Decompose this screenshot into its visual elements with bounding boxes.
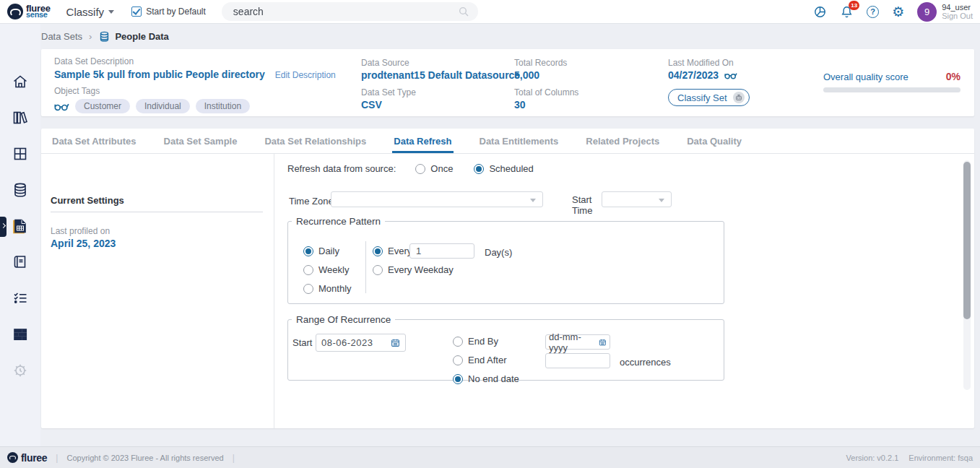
last-modified-label: Last Modified On bbox=[668, 58, 750, 68]
current-settings-title: Current Settings bbox=[51, 195, 124, 206]
environment-text: Environment: fsqa bbox=[909, 454, 973, 462]
active-item-indicator bbox=[0, 217, 6, 237]
checklist-icon bbox=[12, 290, 29, 307]
radio-unchecked-icon bbox=[373, 265, 383, 275]
version-text: Version: v0.2.1 bbox=[846, 454, 899, 462]
start-by-default-checkbox[interactable]: Start by Default bbox=[131, 6, 206, 17]
sidebar-item-grid[interactable] bbox=[11, 145, 30, 162]
data-set-type-value: CSV bbox=[361, 99, 520, 110]
radio-once[interactable]: Once bbox=[415, 163, 453, 174]
caret-down-icon bbox=[530, 199, 536, 202]
radio-every-weekday[interactable]: Every Weekday bbox=[373, 264, 454, 275]
edit-description-link[interactable]: Edit Description bbox=[275, 70, 336, 80]
settings-button[interactable]: ⚙ bbox=[892, 5, 904, 19]
radio-end-by[interactable]: End By bbox=[453, 336, 498, 347]
classify-icon bbox=[733, 92, 745, 103]
search-input[interactable] bbox=[222, 2, 478, 21]
bricks-icon bbox=[12, 326, 29, 343]
tab-data-refresh[interactable]: Data Refresh bbox=[392, 129, 453, 153]
logo-word-sense: sense bbox=[26, 12, 51, 18]
scrollbar-track[interactable] bbox=[963, 160, 971, 390]
tag-institution[interactable]: Institution bbox=[196, 99, 250, 113]
recurrence-pattern-fieldset: Recurrence Pattern Daily Weekly Monthly … bbox=[287, 216, 724, 304]
every-days-input[interactable] bbox=[409, 243, 474, 259]
notification-badge: 13 bbox=[849, 1, 859, 10]
tab-related-projects[interactable]: Related Projects bbox=[584, 129, 661, 153]
current-settings-panel: Current Settings Last profiled on April … bbox=[41, 154, 274, 428]
end-by-date-input[interactable]: dd-mm-yyyy bbox=[545, 334, 610, 350]
radio-monthly[interactable]: Monthly bbox=[303, 283, 352, 294]
description-label: Data Set Description bbox=[54, 56, 336, 66]
tab-data-set-sample[interactable]: Data Set Sample bbox=[162, 129, 239, 153]
radio-no-end-date[interactable]: No end date bbox=[453, 373, 519, 384]
fluree-logo-icon bbox=[7, 452, 18, 463]
tab-data-set-relationships[interactable]: Data Set Relationships bbox=[263, 129, 368, 153]
username-text: 94_user bbox=[942, 3, 973, 12]
glasses-icon[interactable] bbox=[724, 72, 737, 79]
help-button[interactable]: ? bbox=[867, 6, 879, 18]
user-menu[interactable]: 9 94_user Sign Out bbox=[917, 2, 973, 22]
avatar: 9 bbox=[917, 2, 937, 22]
sidebar-item-data-files-active[interactable] bbox=[11, 217, 30, 234]
total-records-value: 5,000 bbox=[514, 69, 578, 81]
tab-data-quality[interactable]: Data Quality bbox=[685, 129, 743, 153]
days-suffix-label: Day(s) bbox=[485, 247, 512, 258]
data-set-type-label: Data Set Type bbox=[361, 87, 520, 98]
quality-score-label: Overall quality score bbox=[823, 72, 909, 82]
sidebar-item-datasets[interactable] bbox=[11, 181, 30, 198]
quality-score-value: 0% bbox=[946, 71, 961, 82]
sidebar-item-library[interactable] bbox=[11, 109, 30, 126]
start-label: Start bbox=[292, 337, 312, 348]
search-icon bbox=[458, 6, 469, 20]
notifications-button[interactable]: 13 bbox=[840, 5, 854, 19]
tab-data-set-attributes[interactable]: Data Set Attributes bbox=[51, 129, 138, 153]
tag-customer[interactable]: Customer bbox=[75, 99, 130, 113]
range-of-recurrence-legend: Range Of Recurrence bbox=[292, 314, 395, 325]
sidebar-item-data-blocks[interactable] bbox=[11, 326, 30, 342]
classify-set-button[interactable]: Classify Set bbox=[668, 89, 750, 106]
radio-scheduled[interactable]: Scheduled bbox=[474, 163, 533, 174]
start-time-select[interactable] bbox=[602, 191, 672, 207]
app-root: fluree sense Classify Start by Default bbox=[0, 0, 980, 468]
top-bar: fluree sense Classify Start by Default bbox=[0, 0, 980, 24]
fluree-sense-logo[interactable]: fluree sense bbox=[7, 4, 51, 20]
radio-daily[interactable]: Daily bbox=[303, 246, 339, 256]
timezone-select[interactable] bbox=[331, 191, 543, 207]
radio-every-n-days[interactable]: Every bbox=[373, 246, 412, 256]
help-icon: ? bbox=[867, 6, 879, 18]
start-date-value: 08-06-2023 bbox=[321, 337, 373, 348]
end-after-occurrences-input[interactable] bbox=[545, 353, 610, 368]
sidebar-item-home[interactable] bbox=[11, 73, 30, 90]
dataset-summary-card: Data Set Description Sample 5k pull from… bbox=[41, 49, 974, 116]
occurrences-label: occurrences bbox=[620, 357, 671, 368]
caret-down-icon bbox=[659, 199, 664, 202]
caret-down-icon bbox=[108, 10, 114, 14]
radio-unchecked-icon bbox=[415, 164, 425, 174]
sidebar-item-tasks[interactable] bbox=[11, 290, 30, 306]
quality-progress-bar bbox=[823, 87, 961, 92]
classify-dropdown[interactable]: Classify bbox=[66, 6, 115, 18]
tag-individual[interactable]: Individual bbox=[136, 99, 190, 113]
page-title: People Data bbox=[115, 31, 168, 42]
checkbox-checked-icon bbox=[131, 6, 142, 17]
divider bbox=[51, 212, 263, 212]
sidebar-item-history-settings[interactable] bbox=[11, 362, 30, 378]
tab-data-entitlements[interactable]: Data Entitlements bbox=[478, 129, 560, 153]
signout-link[interactable]: Sign Out bbox=[942, 12, 973, 20]
footer: fluree | Copyright © 2023 Fluree - All r… bbox=[0, 446, 980, 468]
sidebar-item-catalog[interactable] bbox=[11, 254, 30, 270]
start-date-input[interactable]: 08-06-2023 bbox=[316, 334, 406, 352]
start-time-label: Start Time bbox=[572, 194, 592, 216]
scrollbar-thumb[interactable] bbox=[963, 162, 971, 319]
breadcrumb-datasets-link[interactable]: Data Sets bbox=[41, 31, 82, 42]
radio-end-after[interactable]: End After bbox=[453, 355, 506, 365]
timezone-label: Time Zone bbox=[289, 196, 334, 207]
gear-clock-icon bbox=[12, 362, 29, 379]
breadcrumb-separator: › bbox=[89, 31, 92, 42]
radio-checked-icon bbox=[303, 246, 313, 256]
spreadsheet-file-icon bbox=[12, 217, 29, 235]
footer-fluree-logo: fluree bbox=[7, 452, 47, 464]
radio-weekly[interactable]: Weekly bbox=[303, 264, 349, 275]
refresh-source-label: Refresh data from source: bbox=[287, 163, 396, 174]
analytics-button[interactable] bbox=[813, 5, 827, 19]
